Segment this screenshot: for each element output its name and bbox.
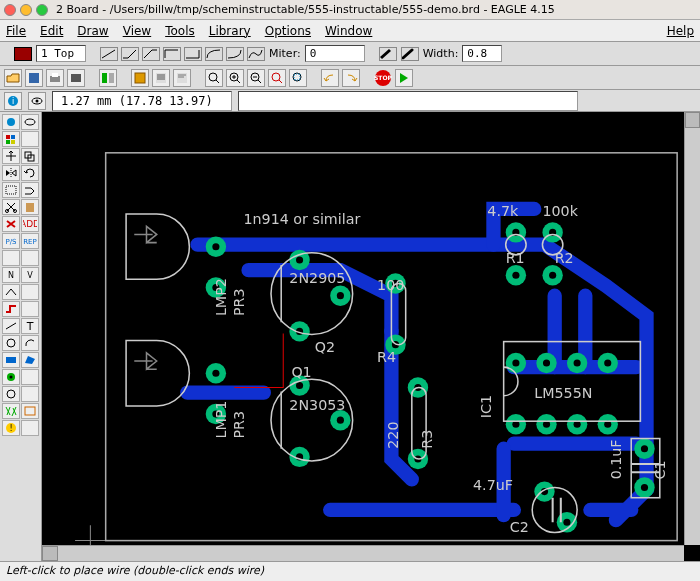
svg-point-54 — [337, 417, 344, 424]
show-tool[interactable] — [21, 114, 39, 130]
route-tool[interactable] — [2, 301, 20, 317]
print-icon[interactable] — [46, 69, 64, 87]
horizontal-scrollbar[interactable] — [42, 545, 684, 561]
bend-90b[interactable] — [184, 47, 202, 61]
command-input[interactable] — [238, 91, 578, 111]
rotate-tool[interactable] — [21, 165, 39, 181]
menu-help[interactable]: Help — [667, 24, 694, 38]
zoom-out-icon[interactable] — [247, 69, 265, 87]
layer-toolbar: 1 Top Miter: 0 Width: 0.8 — [0, 42, 700, 66]
line-style-group — [100, 47, 265, 61]
signal-tool[interactable] — [21, 369, 39, 385]
menu-library[interactable]: Library — [209, 24, 251, 38]
undo-icon[interactable] — [321, 69, 339, 87]
zoom-redraw-icon[interactable] — [268, 69, 286, 87]
menu-window[interactable]: Window — [325, 24, 372, 38]
go-icon[interactable] — [395, 69, 413, 87]
end-style-b[interactable] — [401, 47, 419, 61]
menu-draw[interactable]: Draw — [77, 24, 108, 38]
move-tool[interactable] — [2, 148, 20, 164]
circle-tool[interactable] — [2, 335, 20, 351]
save-icon[interactable] — [25, 69, 43, 87]
ratsnest-tool[interactable] — [2, 403, 20, 419]
layer-select[interactable]: 1 Top — [36, 45, 86, 62]
miter-tool[interactable] — [21, 284, 39, 300]
arc-tool[interactable] — [21, 335, 39, 351]
miter-input[interactable]: 0 — [305, 45, 365, 62]
svg-text:R4: R4 — [377, 349, 396, 365]
value-tool[interactable]: V — [21, 267, 39, 283]
stop-icon[interactable]: STOP — [374, 69, 392, 87]
split-tool[interactable] — [2, 284, 20, 300]
pinswap-tool[interactable]: P/S — [2, 233, 20, 249]
end-style-a[interactable] — [379, 47, 397, 61]
library-list-icon[interactable] — [131, 69, 149, 87]
text-tool[interactable]: T — [21, 318, 39, 334]
svg-text:!: ! — [9, 424, 12, 433]
paste-tool[interactable] — [21, 199, 39, 215]
hole-tool[interactable] — [2, 386, 20, 402]
svg-point-37 — [7, 339, 15, 347]
svg-point-20 — [25, 119, 35, 125]
redo-icon[interactable] — [342, 69, 360, 87]
cut-tool[interactable] — [2, 199, 20, 215]
add-tool[interactable]: ADD — [21, 216, 39, 232]
svg-point-40 — [10, 376, 13, 379]
bend-90a[interactable] — [163, 47, 181, 61]
board-canvas[interactable]: 1n914 or similar 2N2905 2N3053 Q2 Q1 LMP… — [42, 112, 700, 561]
group-tool[interactable] — [2, 182, 20, 198]
attribute-tool[interactable] — [21, 386, 39, 402]
svg-text:T: T — [26, 320, 34, 332]
polygon-tool[interactable] — [21, 352, 39, 368]
board-sch-icon[interactable] — [99, 69, 117, 87]
erc-tool[interactable]: ! — [2, 420, 20, 436]
width-input[interactable]: 0.8 — [462, 45, 502, 62]
miter-label: Miter: — [269, 47, 301, 60]
copy-tool[interactable] — [21, 148, 39, 164]
bend-arc-a[interactable] — [205, 47, 223, 61]
menu-tools[interactable]: Tools — [165, 24, 195, 38]
change-tool[interactable] — [21, 182, 39, 198]
ripup-tool[interactable] — [21, 301, 39, 317]
menu-view[interactable]: View — [123, 24, 151, 38]
menu-file[interactable]: File — [6, 24, 26, 38]
bend-45b[interactable] — [142, 47, 160, 61]
via-tool[interactable] — [2, 369, 20, 385]
menu-options[interactable]: Options — [265, 24, 311, 38]
bend-arc-b[interactable] — [226, 47, 244, 61]
name-tool[interactable]: N — [2, 267, 20, 283]
zoom-fit-icon[interactable] — [205, 69, 223, 87]
open-icon[interactable] — [4, 69, 22, 87]
replace-tool[interactable]: REP — [21, 233, 39, 249]
bend-45a[interactable] — [121, 47, 139, 61]
layer-tool[interactable] — [2, 131, 20, 147]
vertical-scrollbar[interactable] — [684, 112, 700, 545]
svg-text:R2: R2 — [555, 250, 574, 266]
eye-icon[interactable] — [28, 92, 46, 110]
ulp-icon[interactable] — [173, 69, 191, 87]
info-icon[interactable]: i — [4, 92, 22, 110]
zoom-in-icon[interactable] — [226, 69, 244, 87]
auto-tool[interactable] — [21, 403, 39, 419]
smash-tool[interactable] — [21, 250, 39, 266]
errors-tool[interactable] — [21, 420, 39, 436]
mirror-tool[interactable] — [2, 165, 20, 181]
mark-tool[interactable] — [21, 131, 39, 147]
cam-icon[interactable] — [67, 69, 85, 87]
zoom-select-icon[interactable] — [289, 69, 307, 87]
delete-tool[interactable] — [2, 216, 20, 232]
menu-edit[interactable]: Edit — [40, 24, 63, 38]
layer-color-swatch[interactable] — [14, 47, 32, 61]
svg-text:ADD: ADD — [23, 219, 37, 229]
minimize-window-button[interactable] — [20, 4, 32, 16]
zoom-window-button[interactable] — [36, 4, 48, 16]
rect-tool[interactable] — [2, 352, 20, 368]
info-tool[interactable] — [2, 114, 20, 130]
wire-tool[interactable] — [2, 318, 20, 334]
bend-straight[interactable] — [100, 47, 118, 61]
svg-text:4.7uF: 4.7uF — [473, 477, 513, 493]
lock-tool[interactable] — [2, 250, 20, 266]
bend-s[interactable] — [247, 47, 265, 61]
script-icon[interactable] — [152, 69, 170, 87]
close-window-button[interactable] — [4, 4, 16, 16]
